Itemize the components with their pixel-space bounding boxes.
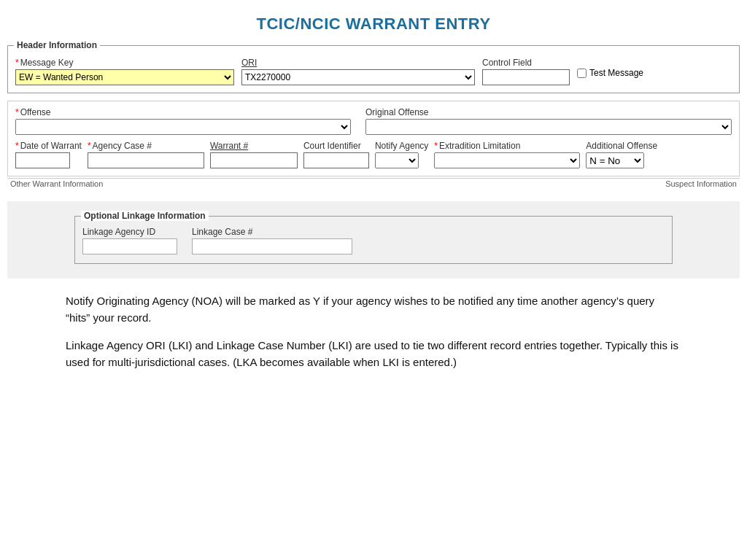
control-field-input[interactable] bbox=[482, 69, 570, 85]
page-title: TCIC/NCIC WARRANT ENTRY bbox=[7, 15, 740, 34]
clipped-row: Other Warrant Information Suspect Inform… bbox=[7, 178, 740, 188]
date-of-warrant-group: *Date of Warrant bbox=[15, 141, 82, 168]
original-offense-field-group: Original Offense bbox=[365, 107, 732, 135]
message-key-label: *Message Key bbox=[15, 58, 234, 68]
clipped-left: Other Warrant Information bbox=[10, 179, 103, 187]
control-field-label: Control Field bbox=[482, 58, 570, 68]
linkage-box: Optional Linkage Information Linkage Age… bbox=[74, 216, 673, 264]
notify-agency-label: Notify Agency bbox=[375, 141, 428, 151]
notify-agency-select[interactable]: Y N bbox=[375, 152, 419, 168]
offense-field-group: *Offense bbox=[15, 107, 351, 135]
original-offense-select-wrapper bbox=[365, 119, 732, 135]
additional-offense-select[interactable]: N = No Y = Yes bbox=[586, 152, 644, 168]
test-message-group: Test Message bbox=[577, 68, 643, 78]
agency-case-input[interactable] bbox=[88, 152, 204, 168]
original-offense-label: Original Offense bbox=[365, 107, 732, 117]
extradition-limitation-group: *Extradition Limitation bbox=[434, 141, 580, 168]
original-offense-select[interactable] bbox=[365, 119, 732, 135]
paragraph-1: Notify Originating Agency (NOA) will be … bbox=[66, 293, 681, 326]
header-section: Header Information *Message Key EW = Wan… bbox=[7, 45, 740, 93]
court-identifier-label: Court Identifier bbox=[303, 141, 369, 151]
body-text: Notify Originating Agency (NOA) will be … bbox=[7, 293, 740, 370]
control-field-group: Control Field bbox=[482, 58, 570, 85]
warrant-number-label: Warrant # bbox=[210, 141, 298, 151]
offense-row2: *Date of Warrant *Agency Case # Warrant … bbox=[15, 141, 732, 168]
linkage-agency-id-label: Linkage Agency ID bbox=[82, 227, 177, 237]
additional-offense-label: Additional Offense bbox=[586, 141, 657, 151]
clipped-right: Suspect Information bbox=[665, 179, 737, 187]
linkage-agency-id-input[interactable] bbox=[82, 238, 177, 254]
notify-agency-group: Notify Agency Y N bbox=[375, 141, 428, 168]
message-key-group: *Message Key EW = Wanted Person EG = Gan… bbox=[15, 58, 234, 85]
offense-section: *Offense Original Offense bbox=[7, 101, 740, 176]
linkage-row: Linkage Agency ID Linkage Case # bbox=[82, 227, 665, 254]
linkage-case-label: Linkage Case # bbox=[192, 227, 352, 237]
offense-select-wrapper bbox=[15, 119, 351, 135]
extradition-limitation-select[interactable] bbox=[434, 152, 580, 168]
linkage-case-group: Linkage Case # bbox=[192, 227, 352, 254]
extradition-limitation-label: *Extradition Limitation bbox=[434, 141, 580, 151]
test-message-label: Test Message bbox=[589, 68, 643, 78]
linkage-agency-id-group: Linkage Agency ID bbox=[82, 227, 177, 254]
additional-offense-group: Additional Offense N = No Y = Yes bbox=[586, 141, 657, 168]
offense-label: *Offense bbox=[15, 107, 351, 117]
date-of-warrant-label: *Date of Warrant bbox=[15, 141, 82, 151]
date-of-warrant-input[interactable] bbox=[15, 152, 70, 168]
paragraph-2: Linkage Agency ORI (LKI) and Linkage Cas… bbox=[66, 338, 681, 370]
ori-select-wrapper: TX2270000 bbox=[241, 69, 475, 85]
offense-select[interactable] bbox=[15, 119, 351, 135]
agency-case-group: *Agency Case # bbox=[88, 141, 204, 168]
spacer1 bbox=[7, 188, 740, 201]
court-identifier-input[interactable] bbox=[303, 152, 369, 168]
message-key-select[interactable]: EW = Wanted Person EG = Gang Member EV =… bbox=[15, 69, 234, 85]
ori-label: ORI bbox=[241, 58, 475, 68]
offense-row1: *Offense Original Offense bbox=[15, 107, 732, 135]
court-identifier-group: Court Identifier bbox=[303, 141, 369, 168]
linkage-case-input[interactable] bbox=[192, 238, 352, 254]
agency-case-label: *Agency Case # bbox=[88, 141, 204, 151]
message-key-select-wrapper: EW = Wanted Person EG = Gang Member EV =… bbox=[15, 69, 234, 85]
linkage-legend: Optional Linkage Information bbox=[81, 211, 209, 221]
warrant-number-group: Warrant # bbox=[210, 141, 298, 168]
message-key-required: * bbox=[15, 58, 19, 68]
linkage-outer: Optional Linkage Information Linkage Age… bbox=[7, 201, 740, 279]
page-container: TCIC/NCIC WARRANT ENTRY Header Informati… bbox=[0, 0, 747, 560]
test-message-checkbox[interactable] bbox=[577, 69, 587, 78]
ori-select[interactable]: TX2270000 bbox=[241, 69, 475, 85]
ori-group: ORI TX2270000 bbox=[241, 58, 475, 85]
header-legend: Header Information bbox=[14, 40, 100, 50]
header-row: *Message Key EW = Wanted Person EG = Gan… bbox=[15, 58, 732, 85]
warrant-number-input[interactable] bbox=[210, 152, 298, 168]
